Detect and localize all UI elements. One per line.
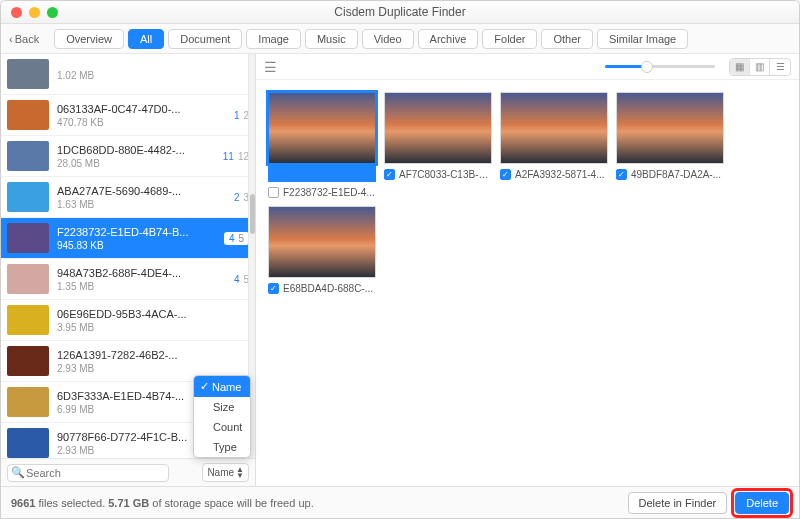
select-checkbox[interactable]: ✓ — [268, 283, 279, 294]
item-counts: 4 5 — [224, 232, 249, 245]
list-item[interactable]: ABA27A7E-5690-4689-...1.63 MB2 3 — [1, 177, 255, 218]
sort-menu: ✓NameSizeCountType — [193, 375, 251, 458]
select-checkbox[interactable]: ✓ — [616, 169, 627, 180]
sort-option-type[interactable]: Type — [194, 437, 250, 457]
thumbnail-label: E68BDA4D-688C-... — [283, 283, 376, 294]
list-item[interactable]: 948A73B2-688F-4DE4-...1.35 MB4 5 — [1, 259, 255, 300]
tab-video[interactable]: Video — [362, 29, 414, 49]
thumbnail-card[interactable]: ✓A2FA3932-5871-4... — [500, 92, 608, 198]
item-size: 3.95 MB — [57, 322, 237, 333]
thumbnail-label: A2FA3932-5871-4... — [515, 169, 608, 180]
slider-knob[interactable] — [641, 61, 653, 73]
thumbnail-card[interactable]: ✓49BDF8A7-DA2A-... — [616, 92, 724, 198]
item-name: 06E96EDD-95B3-4ACA-... — [57, 308, 237, 320]
window-controls — [11, 7, 58, 18]
filter-menu-icon[interactable]: ☰ — [264, 59, 277, 75]
item-counts: 1 2 — [234, 110, 249, 121]
thumbnail-image — [268, 206, 376, 278]
thumbnail — [7, 264, 49, 294]
thumbnail — [7, 223, 49, 253]
thumbnail — [7, 59, 49, 89]
columns-view-icon[interactable]: ▥ — [750, 59, 770, 75]
back-label: Back — [15, 33, 39, 45]
freed-size: 5.71 GB — [108, 497, 149, 509]
sort-option-count[interactable]: Count — [194, 417, 250, 437]
delete-button[interactable]: Delete — [735, 492, 789, 514]
thumbnail-card[interactable]: F2238732-E1ED-4... — [268, 92, 376, 198]
thumbnail — [7, 387, 49, 417]
thumbnail-size-slider[interactable] — [605, 65, 715, 68]
item-size: 470.78 KB — [57, 117, 226, 128]
thumbnail-image — [500, 92, 608, 164]
thumbnail — [7, 428, 49, 458]
window-title: Cisdem Duplicate Finder — [1, 5, 799, 19]
tab-other[interactable]: Other — [541, 29, 593, 49]
chevron-left-icon: ‹ — [9, 33, 13, 45]
tab-music[interactable]: Music — [305, 29, 358, 49]
check-icon: ✓ — [200, 380, 209, 393]
main-panel: ☰ ▦ ▥ ☰ F2238732-E1ED-4...✓AF7C8033-C13B… — [256, 54, 799, 486]
app-window: Cisdem Duplicate Finder ‹ Back OverviewA… — [0, 0, 800, 519]
thumbnail-label: 49BDF8A7-DA2A-... — [631, 169, 724, 180]
item-counts: 11 12 — [223, 151, 249, 162]
scrollbar-thumb[interactable] — [250, 194, 255, 234]
select-checkbox[interactable]: ✓ — [384, 169, 395, 180]
item-name: F2238732-E1ED-4B74-B... — [57, 226, 216, 238]
thumbnail-image — [268, 92, 376, 164]
thumbnail-card[interactable]: ✓E68BDA4D-688C-... — [268, 206, 376, 294]
sort-chevrons-icon: ▲▼ — [236, 467, 244, 479]
sort-button[interactable]: Name ▲▼ — [202, 463, 249, 482]
select-checkbox[interactable] — [268, 187, 279, 198]
list-item[interactable]: 1.02 MB — [1, 54, 255, 95]
tab-document[interactable]: Document — [168, 29, 242, 49]
sort-button-label: Name — [207, 467, 234, 478]
minimize-window-icon[interactable] — [29, 7, 40, 18]
tab-overview[interactable]: Overview — [54, 29, 124, 49]
tab-all[interactable]: All — [128, 29, 164, 49]
item-size: 1.63 MB — [57, 199, 226, 210]
select-checkbox[interactable]: ✓ — [500, 169, 511, 180]
sort-option-name[interactable]: ✓Name — [194, 376, 250, 397]
main-toolbar: ☰ ▦ ▥ ☰ — [256, 54, 799, 80]
item-counts: 4 5 — [234, 274, 249, 285]
item-size: 1.02 MB — [57, 70, 237, 81]
item-name: 1DCB68DD-880E-4482-... — [57, 144, 215, 156]
view-mode-toggle: ▦ ▥ ☰ — [729, 58, 791, 76]
back-button[interactable]: ‹ Back — [9, 33, 39, 45]
list-item[interactable]: 06E96EDD-95B3-4ACA-...3.95 MB — [1, 300, 255, 341]
list-view-icon[interactable]: ☰ — [770, 59, 790, 75]
tab-image[interactable]: Image — [246, 29, 301, 49]
grid-view-icon[interactable]: ▦ — [730, 59, 750, 75]
thumbnail — [7, 305, 49, 335]
category-tabs: OverviewAllDocumentImageMusicVideoArchiv… — [54, 29, 688, 49]
thumbnail-grid: F2238732-E1ED-4...✓AF7C8033-C13B-4...✓A2… — [256, 80, 799, 486]
tab-archive[interactable]: Archive — [418, 29, 479, 49]
titlebar: Cisdem Duplicate Finder — [1, 1, 799, 24]
item-size: 945.83 KB — [57, 240, 216, 251]
list-item[interactable]: F2238732-E1ED-4B74-B...945.83 KB4 5 — [1, 218, 255, 259]
sort-option-size[interactable]: Size — [194, 397, 250, 417]
list-item[interactable]: 063133AF-0C47-47D0-...470.78 KB1 2 — [1, 95, 255, 136]
item-name: 126A1391-7282-46B2-... — [57, 349, 237, 361]
close-window-icon[interactable] — [11, 7, 22, 18]
list-item[interactable]: 1DCB68DD-880E-4482-...28.05 MB11 12 — [1, 136, 255, 177]
item-name: 948A73B2-688F-4DE4-... — [57, 267, 226, 279]
thumbnail-card[interactable]: ✓AF7C8033-C13B-4... — [384, 92, 492, 198]
sidebar: 1.02 MB 063133AF-0C47-47D0-...470.78 KB1… — [1, 54, 256, 486]
item-size: 28.05 MB — [57, 158, 215, 169]
thumbnail — [7, 182, 49, 212]
item-size: 2.93 MB — [57, 363, 237, 374]
search-icon: 🔍 — [11, 466, 25, 479]
delete-in-finder-button[interactable]: Delete in Finder — [628, 492, 728, 514]
selected-count: 9661 — [11, 497, 35, 509]
item-counts: 2 3 — [234, 192, 249, 203]
thumbnail-image — [384, 92, 492, 164]
thumbnail — [7, 100, 49, 130]
item-name: 063133AF-0C47-47D0-... — [57, 103, 226, 115]
search-input[interactable] — [7, 464, 169, 482]
zoom-window-icon[interactable] — [47, 7, 58, 18]
item-name: ABA27A7E-5690-4689-... — [57, 185, 226, 197]
tab-similar-image[interactable]: Similar Image — [597, 29, 688, 49]
tab-folder[interactable]: Folder — [482, 29, 537, 49]
toolbar: ‹ Back OverviewAllDocumentImageMusicVide… — [1, 24, 799, 54]
